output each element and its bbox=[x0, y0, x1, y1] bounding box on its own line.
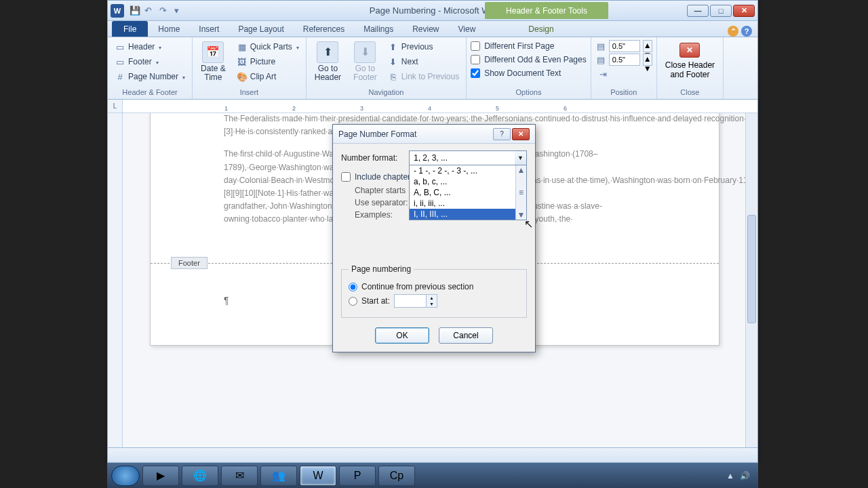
tray-icon[interactable]: ▲ bbox=[726, 471, 734, 481]
fieldset-legend: Page numbering bbox=[349, 264, 414, 274]
header-icon: ▭ bbox=[115, 41, 125, 52]
vertical-ruler[interactable] bbox=[108, 113, 123, 447]
start-at-spinner[interactable]: ▲▼ bbox=[394, 294, 437, 308]
ribbon-minimize-icon[interactable]: ⌃ bbox=[728, 26, 738, 37]
redo-icon[interactable]: ↷ bbox=[159, 5, 170, 16]
tab-icon: ⇥ bbox=[598, 68, 609, 79]
chevron-down-icon[interactable]: ▼ bbox=[515, 150, 527, 165]
undo-icon[interactable]: ↶ bbox=[144, 5, 155, 16]
taskbar: ▶ 🌐 ✉ 👥 W P Cp ▲🔊 bbox=[107, 463, 758, 488]
calendar-icon: 📅 bbox=[202, 41, 224, 63]
previous-button[interactable]: ⬆Previous bbox=[385, 40, 462, 54]
tab-file[interactable]: File bbox=[112, 21, 148, 37]
footer-pos-icon: ▤ bbox=[595, 54, 606, 65]
datetime-button[interactable]: 📅Date & Time bbox=[197, 40, 230, 83]
quickparts-button[interactable]: ▦Quick Parts bbox=[234, 40, 302, 54]
vertical-scrollbar[interactable] bbox=[745, 113, 757, 447]
insert-alignment-tab-button[interactable]: ⇥ bbox=[595, 67, 652, 81]
footer-icon: ▭ bbox=[115, 56, 125, 67]
footer-bottom-spinner[interactable]: ▤▲▼ bbox=[595, 54, 652, 66]
number-format-combo[interactable]: ▼ - 1 -, - 2 -, - 3 -, ... a, b, c, ... … bbox=[409, 150, 527, 165]
help-icon[interactable]: ? bbox=[741, 26, 752, 37]
picture-button[interactable]: 🖼Picture bbox=[234, 55, 302, 68]
group-navigation: ⬆Go to Header ⬇Go to Footer ⬆Previous ⬇N… bbox=[307, 37, 467, 99]
link-icon: ⎘ bbox=[388, 71, 399, 82]
maximize-button[interactable]: □ bbox=[710, 5, 732, 17]
tab-mailings[interactable]: Mailings bbox=[355, 21, 402, 37]
header-button[interactable]: ▭Header bbox=[112, 40, 188, 54]
group-close: ✕ Close Header and Footer Close bbox=[657, 37, 724, 99]
dropdown-option[interactable]: - 1 -, - 2 -, - 3 -, ... bbox=[410, 165, 526, 176]
taskbar-item[interactable]: Cp bbox=[378, 466, 415, 486]
dialog-close-button[interactable]: ✕ bbox=[512, 128, 530, 140]
ok-button[interactable]: OK bbox=[375, 327, 429, 344]
system-tray[interactable]: ▲🔊 bbox=[726, 471, 754, 481]
show-document-text-checkbox[interactable]: Show Document Text bbox=[471, 67, 587, 79]
tab-page-layout[interactable]: Page Layout bbox=[229, 21, 292, 37]
dropdown-option[interactable]: I, II, III, ... bbox=[410, 209, 526, 220]
horizontal-ruler[interactable]: 123456 bbox=[123, 100, 757, 113]
taskbar-item-word[interactable]: W bbox=[300, 466, 336, 486]
group-options: Different First Page Different Odd & Eve… bbox=[467, 37, 591, 99]
minimize-button[interactable]: — bbox=[687, 5, 709, 17]
group-header-footer: ▭Header ▭Footer #Page Number Header & Fo… bbox=[108, 37, 193, 99]
next-button[interactable]: ⬇Next bbox=[385, 55, 462, 68]
dropdown-option[interactable]: i, ii, iii, ... bbox=[410, 198, 526, 209]
group-label: Navigation bbox=[311, 88, 462, 96]
tab-review[interactable]: Review bbox=[403, 21, 448, 37]
start-at-radio[interactable]: Start at: ▲▼ bbox=[349, 294, 519, 308]
group-label: Close bbox=[661, 88, 719, 96]
page-numbering-fieldset: Page numbering Continue from previous se… bbox=[341, 264, 527, 318]
tray-icon[interactable]: 🔊 bbox=[740, 471, 750, 481]
header-top-spinner[interactable]: ▤▲▼ bbox=[595, 40, 652, 52]
taskbar-item-powerpoint[interactable]: P bbox=[339, 466, 376, 486]
scrollbar-thumb[interactable] bbox=[747, 215, 756, 323]
dropdown-option[interactable]: a, b, c, ... bbox=[410, 176, 526, 187]
goto-header-button[interactable]: ⬆Go to Header bbox=[311, 40, 345, 83]
footer-tag: Footer bbox=[171, 257, 208, 269]
cancel-button[interactable]: Cancel bbox=[439, 327, 493, 344]
tab-design[interactable]: Design bbox=[519, 21, 562, 37]
taskbar-item[interactable]: ✉ bbox=[221, 466, 258, 486]
dropdown-scrollbar[interactable]: ▲≡▼ bbox=[515, 165, 526, 220]
group-position: ▤▲▼ ▤▲▼ ⇥ Position bbox=[591, 37, 657, 99]
quick-access-toolbar: 💾 ↶ ↷ ▾ bbox=[130, 5, 185, 16]
taskbar-item[interactable]: 👥 bbox=[260, 466, 297, 486]
taskbar-item[interactable]: ▶ bbox=[142, 466, 179, 486]
number-format-input[interactable] bbox=[409, 150, 527, 165]
different-first-page-checkbox[interactable]: Different First Page bbox=[471, 40, 587, 52]
tab-view[interactable]: View bbox=[450, 21, 485, 37]
dropdown-option[interactable]: A, B, C, ... bbox=[410, 187, 526, 198]
qat-more-icon[interactable]: ▾ bbox=[174, 5, 185, 16]
continue-radio[interactable]: Continue from previous section bbox=[349, 282, 519, 291]
picture-icon: 🖼 bbox=[237, 56, 248, 67]
header-pos-icon: ▤ bbox=[595, 41, 606, 52]
link-previous-button[interactable]: ⎘Link to Previous bbox=[385, 70, 462, 83]
taskbar-item[interactable]: 🌐 bbox=[182, 466, 218, 486]
word-app-icon: W bbox=[111, 4, 124, 18]
dialog-titlebar[interactable]: Page Number Format ? ✕ bbox=[333, 125, 535, 144]
group-label: Insert bbox=[197, 88, 302, 96]
start-button[interactable] bbox=[111, 466, 140, 486]
tab-references[interactable]: References bbox=[294, 21, 353, 37]
goto-footer-icon: ⬇ bbox=[354, 41, 376, 63]
quickparts-icon: ▦ bbox=[237, 41, 248, 52]
number-format-label: Number format: bbox=[341, 153, 403, 163]
save-icon[interactable]: 💾 bbox=[130, 5, 140, 16]
number-format-dropdown: - 1 -, - 2 -, - 3 -, ... a, b, c, ... A,… bbox=[409, 165, 527, 220]
document-title: Page Numbering - Microsoft Word bbox=[185, 5, 687, 16]
footer-button[interactable]: ▭Footer bbox=[112, 55, 188, 68]
dialog-title: Page Number Format bbox=[338, 129, 416, 139]
close-button[interactable]: ✕ bbox=[733, 5, 755, 17]
tab-home[interactable]: Home bbox=[149, 21, 189, 37]
tab-insert[interactable]: Insert bbox=[190, 21, 228, 37]
ruler-selector[interactable]: L bbox=[108, 100, 123, 113]
dialog-help-button[interactable]: ? bbox=[493, 128, 511, 140]
page-number-button[interactable]: #Page Number bbox=[112, 70, 188, 83]
group-label: Position bbox=[595, 88, 652, 96]
ribbon-tabs: File Home Insert Page Layout References … bbox=[108, 21, 757, 37]
close-header-footer-button[interactable]: ✕ Close Header and Footer bbox=[661, 40, 719, 82]
clipart-button[interactable]: 🎨Clip Art bbox=[234, 70, 302, 83]
goto-footer-button[interactable]: ⬇Go to Footer bbox=[349, 40, 381, 83]
different-odd-even-checkbox[interactable]: Different Odd & Even Pages bbox=[471, 54, 587, 66]
